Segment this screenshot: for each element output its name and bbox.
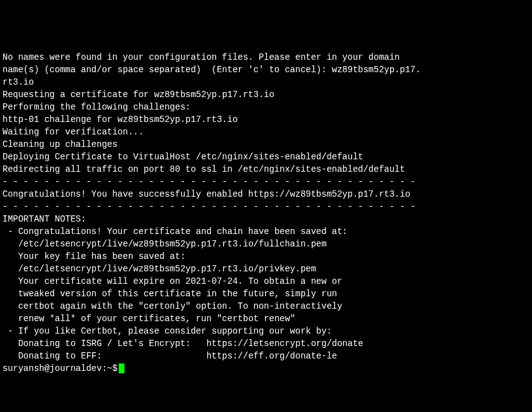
terminal-line: Your certificate will expire on 2021-07-… [2, 275, 530, 288]
terminal-line: - Congratulations! Your certificate and … [2, 225, 530, 238]
terminal-line: Donating to EFF: https://eff.org/donate-… [2, 350, 530, 362]
terminal-line: http-01 challenge for wz89tbsm52yp.p17.r… [2, 113, 530, 126]
terminal-line: Donating to ISRG / Let's Encrypt: https:… [2, 337, 530, 350]
terminal-line: certbot again with the "certonly" option… [2, 300, 530, 312]
terminal-line: /etc/letsencrypt/live/wz89tbsm52yp.p17.r… [2, 263, 530, 275]
terminal-line: Performing the following challenges: [2, 101, 530, 113]
terminal-line: Waiting for verification... [2, 126, 530, 138]
terminal-line: renew *all* of your certificates, run "c… [2, 312, 530, 325]
terminal-line: tweaked version of this certificate in t… [2, 288, 530, 300]
terminal-line: - - - - - - - - - - - - - - - - - - - - … [2, 200, 530, 213]
terminal-output: No names were found in your configuratio… [2, 51, 530, 375]
terminal-line: Deploying Certificate to VirtualHost /et… [2, 151, 530, 163]
terminal-line: Congratulations! You have successfully e… [2, 188, 530, 200]
terminal-line: IMPORTANT NOTES: [2, 213, 530, 225]
terminal-prompt-line[interactable]: suryansh@journaldev:~$ [2, 362, 530, 375]
terminal-line: Cleaning up challenges [2, 138, 530, 151]
terminal-line: Your key file has been saved at: [2, 250, 530, 263]
terminal-prompt: suryansh@journaldev:~$ [2, 362, 118, 375]
terminal-line: /etc/letsencrypt/live/wz89tbsm52yp.p17.r… [2, 238, 530, 250]
terminal-cursor [119, 363, 124, 373]
terminal-line: name(s) (comma and/or space separated) (… [2, 63, 530, 76]
terminal-line: No names were found in your configuratio… [2, 51, 530, 63]
terminal-line: rt3.io [2, 76, 530, 88]
terminal-line: Redirecting all traffic on port 80 to ss… [2, 163, 530, 176]
terminal-line: - If you like Certbot, please consider s… [2, 325, 530, 337]
terminal-line: - - - - - - - - - - - - - - - - - - - - … [2, 176, 530, 188]
terminal-line: Requesting a certificate for wz89tbsm52y… [2, 88, 530, 101]
